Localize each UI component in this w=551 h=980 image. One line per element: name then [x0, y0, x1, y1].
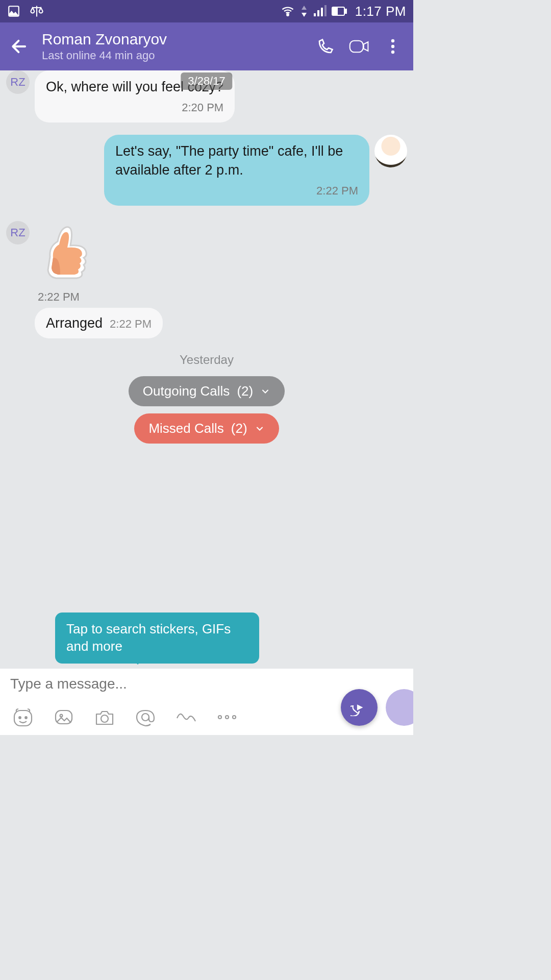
- svg-rect-4: [321, 8, 323, 16]
- svg-point-11: [391, 45, 394, 48]
- sticker-panel-icon[interactable]: [11, 705, 35, 729]
- status-left: [7, 4, 44, 18]
- svg-rect-13: [14, 710, 32, 726]
- message-row: Let's say, "The party time" cafe, I'll b…: [6, 135, 407, 206]
- svg-point-19: [142, 714, 149, 721]
- battery-icon: [332, 6, 347, 16]
- composer-tool-row: [0, 699, 413, 735]
- message-bubble-incoming[interactable]: Arranged 2:22 PM: [35, 308, 163, 338]
- missed-calls-pill[interactable]: Missed Calls (2): [134, 413, 279, 444]
- svg-point-15: [25, 717, 27, 719]
- date-pill: 3/28/17: [181, 72, 232, 90]
- svg-rect-8: [333, 8, 337, 14]
- call-label: Missed Calls: [148, 421, 223, 436]
- balance-icon: [30, 4, 44, 18]
- app-bar: Roman Zvonaryov Last online 44 min ago: [0, 22, 413, 70]
- contact-name: Roman Zvonaryov: [42, 31, 315, 48]
- svg-rect-3: [317, 10, 319, 16]
- chat-area[interactable]: 3/28/17 RZ Ok, where will you feel cozy?…: [0, 70, 413, 669]
- doodle-icon[interactable]: [174, 705, 198, 729]
- status-right: 1:17 PM: [281, 4, 406, 19]
- more-options-button[interactable]: [383, 36, 403, 57]
- svg-rect-5: [324, 5, 327, 16]
- outgoing-calls-pill[interactable]: Outgoing Calls (2): [129, 376, 285, 406]
- svg-point-22: [233, 716, 236, 719]
- last-online: Last online 44 min ago: [42, 49, 315, 62]
- message-row: Arranged 2:22 PM: [35, 308, 407, 338]
- svg-point-12: [391, 51, 394, 54]
- message-time: 2:22 PM: [38, 290, 96, 304]
- gallery-icon[interactable]: [52, 705, 76, 729]
- svg-rect-9: [350, 41, 363, 53]
- message-row: RZ 2:22 PM: [6, 221, 407, 304]
- status-time: 1:17 PM: [355, 4, 406, 19]
- avatar-initials[interactable]: RZ: [6, 70, 30, 94]
- picture-icon: [7, 5, 20, 18]
- chat-fab-button[interactable]: [341, 689, 378, 726]
- call-count: (2): [231, 421, 247, 436]
- svg-point-17: [60, 715, 63, 717]
- message-input[interactable]: [10, 676, 403, 692]
- sticker-search-tooltip[interactable]: Tap to search stickers, GIFs and more: [55, 612, 259, 664]
- svg-point-1: [287, 14, 289, 16]
- back-button[interactable]: [6, 33, 33, 60]
- voice-call-button[interactable]: [315, 36, 336, 57]
- svg-point-20: [218, 716, 221, 719]
- message-text: Let's say, "The party time" cafe, I'll b…: [115, 143, 343, 177]
- svg-rect-2: [314, 13, 316, 16]
- message-time: 2:22 PM: [115, 183, 358, 199]
- avatar-initials[interactable]: RZ: [6, 221, 30, 244]
- avatar-photo[interactable]: [374, 135, 407, 167]
- svg-point-10: [391, 39, 394, 42]
- header-actions: [315, 36, 407, 57]
- message-time: 2:22 PM: [110, 316, 152, 332]
- signal-icon: [313, 5, 327, 17]
- thumbs-up-sticker-icon: [35, 221, 96, 287]
- chevron-down-icon: [260, 386, 270, 397]
- status-bar: 1:17 PM: [0, 0, 413, 22]
- svg-point-21: [226, 716, 229, 719]
- sticker-message[interactable]: 2:22 PM: [35, 221, 96, 304]
- chevron-down-icon: [255, 424, 265, 434]
- svg-rect-7: [345, 9, 346, 13]
- svg-point-14: [19, 717, 21, 719]
- title-block[interactable]: Roman Zvonaryov Last online 44 min ago: [42, 31, 315, 62]
- wifi-icon: [281, 4, 295, 18]
- day-separator: Yesterday: [6, 353, 407, 367]
- svg-point-18: [101, 715, 108, 722]
- call-count: (2): [237, 383, 253, 399]
- message-bubble-outgoing[interactable]: Let's say, "The party time" cafe, I'll b…: [104, 135, 369, 206]
- data-icon: [300, 5, 308, 18]
- message-text: Arranged: [46, 314, 103, 332]
- message-time: 2:20 PM: [46, 100, 223, 115]
- mention-icon[interactable]: [134, 705, 157, 729]
- more-icon[interactable]: [215, 705, 239, 729]
- call-label: Outgoing Calls: [143, 383, 230, 399]
- camera-icon[interactable]: [93, 705, 116, 729]
- composer-area: [0, 669, 413, 735]
- video-call-button[interactable]: [349, 36, 369, 57]
